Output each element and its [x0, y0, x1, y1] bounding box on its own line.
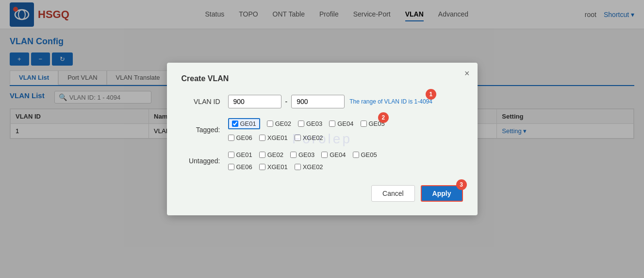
untagged-ge05[interactable]: GE05 — [353, 151, 377, 158]
untagged-ge06[interactable]: GE06 — [228, 163, 252, 171]
tagged-ge05-checkbox[interactable] — [361, 121, 367, 127]
vlan-range-hint: The range of VLAN ID is 1-4094 — [349, 98, 432, 105]
tagged-ge01-label: GE01 — [240, 120, 256, 127]
untagged-ge06-checkbox[interactable] — [228, 164, 234, 170]
untagged-ge02-checkbox[interactable] — [259, 152, 265, 158]
untagged-xge02-label: XGE02 — [303, 163, 323, 171]
tagged-ports-group: GE01 GE02 GE03 GE04 — [228, 118, 385, 141]
untagged-ge02[interactable]: GE02 — [259, 151, 283, 158]
untagged-ports-row2: GE06 XGE01 XGE02 — [228, 163, 377, 171]
badge-2: 2 — [378, 112, 389, 123]
vlan-id-label: VLAN ID — [182, 98, 220, 105]
untagged-ge03-checkbox[interactable] — [290, 152, 297, 158]
tagged-xge01-checkbox[interactable] — [259, 135, 265, 141]
untagged-xge01-checkbox[interactable] — [259, 164, 265, 170]
tagged-xge02-label: XGE02 — [303, 134, 323, 141]
untagged-xge01[interactable]: XGE01 — [259, 163, 288, 171]
untagged-xge02-checkbox[interactable] — [295, 164, 301, 170]
tagged-ge03-label: GE03 — [306, 120, 322, 127]
untagged-row: Untagged: GE01 GE02 GE03 — [182, 151, 463, 171]
tagged-ge03-checkbox[interactable] — [298, 121, 304, 127]
tagged-ge02[interactable]: GE02 — [267, 120, 291, 127]
modal-title: Create VLAN — [182, 74, 463, 83]
untagged-ports-group: GE01 GE02 GE03 GE04 — [228, 151, 377, 171]
badge-1: 1 — [426, 89, 436, 100]
untagged-ge06-label: GE06 — [236, 163, 252, 171]
untagged-ge05-label: GE05 — [361, 151, 377, 158]
untagged-ge01-checkbox[interactable] — [228, 152, 234, 158]
tagged-xge02[interactable]: XGE02 — [295, 134, 323, 141]
untagged-ge02-label: GE02 — [267, 151, 283, 158]
tagged-label: Tagged: — [182, 126, 220, 134]
vlan-id-to-input[interactable] — [291, 95, 345, 108]
untagged-ge05-checkbox[interactable] — [353, 152, 359, 158]
tagged-ports-row1: GE01 GE02 GE03 GE04 — [228, 118, 385, 129]
untagged-ge04[interactable]: GE04 — [321, 151, 346, 158]
cancel-button[interactable]: Cancel — [371, 185, 415, 202]
tagged-ge06-label: GE06 — [236, 134, 252, 141]
tagged-ge01-checkbox[interactable] — [232, 121, 238, 127]
apply-button[interactable]: Apply — [421, 185, 463, 202]
tagged-ge03[interactable]: GE03 — [298, 120, 322, 127]
tagged-row: Tagged: GE01 GE02 GE0 — [182, 118, 463, 141]
vlan-id-from-input[interactable] — [228, 95, 281, 108]
tagged-ge01[interactable]: GE01 — [228, 118, 260, 129]
untagged-xge02[interactable]: XGE02 — [295, 163, 323, 171]
untagged-ge01-label: GE01 — [236, 151, 252, 158]
tagged-ge04-checkbox[interactable] — [329, 121, 335, 127]
tagged-ge06[interactable]: GE06 — [228, 134, 252, 141]
tagged-ge02-checkbox[interactable] — [267, 121, 273, 127]
untagged-ports-row1: GE01 GE02 GE03 GE04 — [228, 151, 377, 158]
modal-close-button[interactable]: × — [464, 69, 470, 79]
badge-3: 3 — [456, 179, 467, 190]
tagged-ports-row2: GE06 XGE01 XGE02 — [228, 134, 385, 141]
tagged-xge01-label: XGE01 — [267, 134, 288, 141]
untagged-ge03[interactable]: GE03 — [290, 151, 314, 158]
vlan-id-separator: - — [285, 98, 288, 105]
tagged-xge02-checkbox[interactable] — [295, 135, 301, 141]
untagged-label: Untagged: — [182, 157, 220, 165]
tagged-xge01[interactable]: XGE01 — [259, 134, 288, 141]
create-vlan-modal: Create VLAN × VLAN ID - The range of VLA… — [167, 63, 478, 215]
untagged-ge03-label: GE03 — [298, 151, 314, 158]
tagged-ge02-label: GE02 — [275, 120, 291, 127]
modal-footer: Cancel Apply 3 — [182, 185, 463, 202]
untagged-ge04-checkbox[interactable] — [321, 152, 328, 158]
untagged-xge01-label: XGE01 — [267, 163, 288, 171]
vlan-id-row: VLAN ID - The range of VLAN ID is 1-4094… — [182, 95, 463, 108]
modal-overlay: Create VLAN × VLAN ID - The range of VLA… — [0, 0, 644, 278]
tagged-ge04[interactable]: GE04 — [329, 120, 353, 127]
tagged-ge06-checkbox[interactable] — [228, 135, 234, 141]
tagged-ge04-label: GE04 — [337, 120, 353, 127]
untagged-ge04-label: GE04 — [330, 151, 346, 158]
vlan-id-inputs: - — [228, 95, 345, 108]
untagged-ge01[interactable]: GE01 — [228, 151, 252, 158]
